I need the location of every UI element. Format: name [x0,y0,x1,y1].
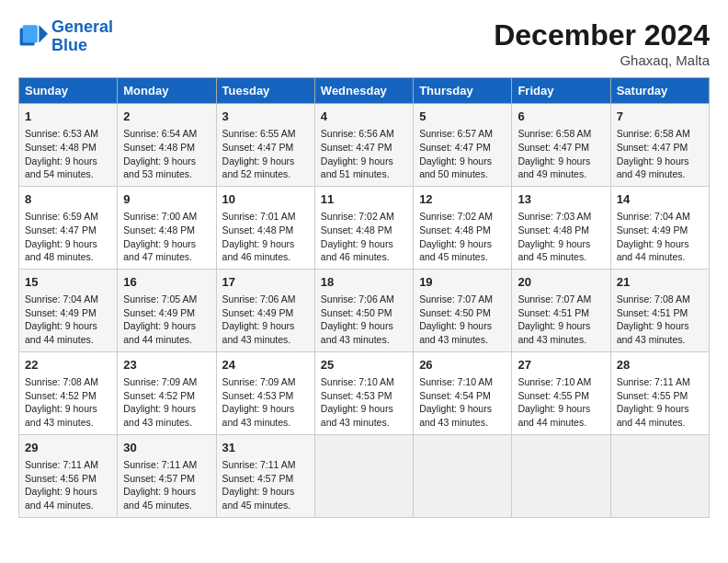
day-cell: 29 Sunrise: 7:11 AMSunset: 4:56 PMDaylig… [19,434,118,517]
week-row-4: 22 Sunrise: 7:08 AMSunset: 4:52 PMDaylig… [19,351,710,434]
day-cell: 2 Sunrise: 6:54 AMSunset: 4:48 PMDayligh… [118,104,216,187]
location: Ghaxaq, Malta [494,52,710,68]
calendar-table: Sunday Monday Tuesday Wednesday Thursday… [18,77,710,518]
day-cell: 24 Sunrise: 7:09 AMSunset: 4:53 PMDaylig… [216,351,314,434]
col-saturday: Saturday [610,78,709,104]
day-cell: 10 Sunrise: 7:01 AMSunset: 4:48 PMDaylig… [216,186,314,269]
week-row-2: 8 Sunrise: 6:59 AMSunset: 4:47 PMDayligh… [19,186,710,269]
col-wednesday: Wednesday [314,78,413,104]
day-cell: 18 Sunrise: 7:06 AMSunset: 4:50 PMDaylig… [314,269,413,351]
day-cell: 23 Sunrise: 7:09 AMSunset: 4:52 PMDaylig… [118,351,216,434]
day-cell: 7 Sunrise: 6:58 AMSunset: 4:47 PMDayligh… [610,104,709,187]
day-cell: 17 Sunrise: 7:06 AMSunset: 4:49 PMDaylig… [216,269,314,351]
day-cell: 25 Sunrise: 7:10 AMSunset: 4:53 PMDaylig… [314,351,413,434]
day-cell: 14 Sunrise: 7:04 AMSunset: 4:49 PMDaylig… [610,186,709,269]
day-cell: 4 Sunrise: 6:56 AMSunset: 4:47 PMDayligh… [314,104,413,187]
col-monday: Monday [118,78,216,104]
day-cell: 9 Sunrise: 7:00 AMSunset: 4:48 PMDayligh… [118,186,216,269]
day-cell: 22 Sunrise: 7:08 AMSunset: 4:52 PMDaylig… [19,351,118,434]
svg-rect-1 [23,25,38,42]
day-cell: 20 Sunrise: 7:07 AMSunset: 4:51 PMDaylig… [512,269,610,351]
day-cell: 28 Sunrise: 7:11 AMSunset: 4:55 PMDaylig… [610,351,709,434]
empty-cell [314,434,413,517]
day-cell: 1 Sunrise: 6:53 AMSunset: 4:48 PMDayligh… [19,104,118,187]
day-cell: 31 Sunrise: 7:11 AMSunset: 4:57 PMDaylig… [216,434,314,517]
week-row-1: 1 Sunrise: 6:53 AMSunset: 4:48 PMDayligh… [19,104,710,187]
day-cell: 6 Sunrise: 6:58 AMSunset: 4:47 PMDayligh… [512,104,610,187]
day-cell: 13 Sunrise: 7:03 AMSunset: 4:48 PMDaylig… [512,186,610,269]
day-cell: 3 Sunrise: 6:55 AMSunset: 4:47 PMDayligh… [216,104,314,187]
header-row: Sunday Monday Tuesday Wednesday Thursday… [19,78,710,104]
week-row-3: 15 Sunrise: 7:04 AMSunset: 4:49 PMDaylig… [19,269,710,351]
col-sunday: Sunday [19,78,118,104]
day-cell: 11 Sunrise: 7:02 AMSunset: 4:48 PMDaylig… [314,186,413,269]
day-cell: 15 Sunrise: 7:04 AMSunset: 4:49 PMDaylig… [19,269,118,351]
title-block: December 2024 Ghaxaq, Malta [494,18,710,68]
week-row-5: 29 Sunrise: 7:11 AMSunset: 4:56 PMDaylig… [19,434,710,517]
empty-cell [610,434,709,517]
logo: General Blue [18,18,113,55]
empty-cell [512,434,610,517]
empty-cell [414,434,512,517]
day-cell: 30 Sunrise: 7:11 AMSunset: 4:57 PMDaylig… [118,434,216,517]
col-thursday: Thursday [414,78,512,104]
svg-marker-2 [39,25,48,42]
month-title: December 2024 [494,18,710,52]
day-cell: 5 Sunrise: 6:57 AMSunset: 4:47 PMDayligh… [414,104,512,187]
page-header: General Blue December 2024 Ghaxaq, Malta [18,18,710,68]
day-cell: 27 Sunrise: 7:10 AMSunset: 4:55 PMDaylig… [512,351,610,434]
day-cell: 26 Sunrise: 7:10 AMSunset: 4:54 PMDaylig… [414,351,512,434]
day-cell: 21 Sunrise: 7:08 AMSunset: 4:51 PMDaylig… [610,269,709,351]
logo-icon [18,22,48,52]
day-cell: 12 Sunrise: 7:02 AMSunset: 4:48 PMDaylig… [414,186,512,269]
day-cell: 8 Sunrise: 6:59 AMSunset: 4:47 PMDayligh… [19,186,118,269]
day-cell: 16 Sunrise: 7:05 AMSunset: 4:49 PMDaylig… [118,269,216,351]
day-cell: 19 Sunrise: 7:07 AMSunset: 4:50 PMDaylig… [414,269,512,351]
col-friday: Friday [512,78,610,104]
col-tuesday: Tuesday [216,78,314,104]
